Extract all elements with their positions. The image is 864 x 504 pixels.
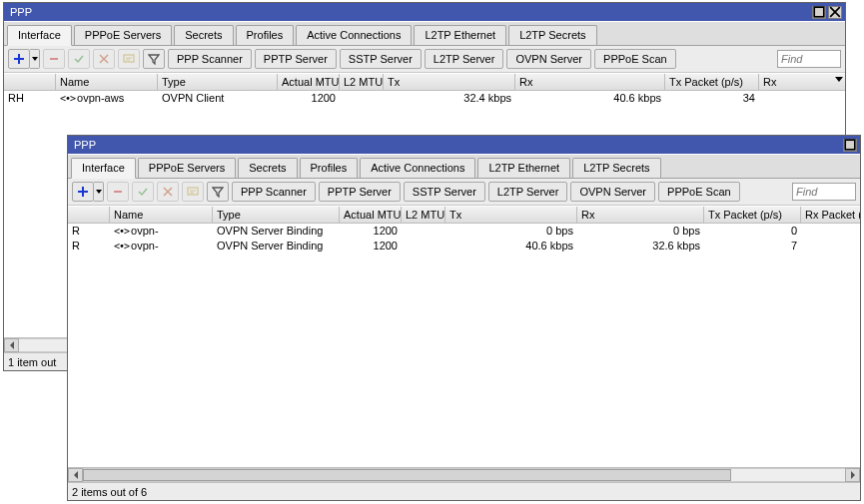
col-type[interactable]: Type bbox=[213, 207, 340, 223]
table-row[interactable]: R <•> ovpn- OVPN Server Binding 1200 40.… bbox=[68, 239, 860, 253]
cell-type: OVPN Client bbox=[158, 91, 278, 106]
tab-secrets[interactable]: Secrets bbox=[238, 158, 297, 178]
grid-header[interactable]: Name Type Actual MTU L2 MTU Tx Rx Tx Pac… bbox=[68, 206, 860, 224]
col-l2-mtu[interactable]: L2 MTU bbox=[340, 74, 384, 90]
ppp-scanner-button[interactable]: PPP Scanner bbox=[168, 49, 252, 69]
col-l2-mtu[interactable]: L2 MTU bbox=[402, 207, 445, 223]
tab-secrets[interactable]: Secrets bbox=[174, 25, 233, 45]
pptp-server-button[interactable]: PPTP Server bbox=[255, 49, 337, 69]
disable-button[interactable] bbox=[93, 49, 115, 69]
find-input[interactable] bbox=[777, 50, 841, 68]
tab-pppoe-servers[interactable]: PPPoE Servers bbox=[138, 158, 236, 178]
tab-profiles[interactable]: Profiles bbox=[300, 158, 359, 178]
interface-icon: <•> bbox=[60, 91, 75, 106]
add-button[interactable] bbox=[72, 182, 94, 202]
col-tx-packet[interactable]: Tx Packet (p/s) bbox=[704, 207, 801, 223]
table-row[interactable]: RH <•> ovpn-aws OVPN Client 1200 32.4 kb… bbox=[4, 91, 845, 106]
disable-button[interactable] bbox=[157, 182, 179, 202]
comment-button[interactable] bbox=[118, 49, 140, 69]
tab-l2tp-ethernet[interactable]: L2TP Ethernet bbox=[477, 158, 570, 178]
sstp-server-button[interactable]: SSTP Server bbox=[404, 182, 485, 202]
tabbar: Interface PPPoE Servers Secrets Profiles… bbox=[68, 154, 860, 179]
maximize-icon[interactable] bbox=[843, 139, 857, 152]
scroll-track[interactable] bbox=[83, 468, 845, 482]
col-tx[interactable]: Tx bbox=[445, 207, 577, 223]
cell-name: <•> ovpn- bbox=[110, 239, 213, 253]
pptp-server-button[interactable]: PPTP Server bbox=[319, 182, 401, 202]
toolbar: PPP Scanner PPTP Server SSTP Server L2TP… bbox=[4, 46, 845, 73]
remove-button[interactable] bbox=[43, 49, 65, 69]
col-rx[interactable]: Rx bbox=[577, 207, 704, 223]
cell-tx: 32.4 kbps bbox=[384, 91, 515, 106]
status-text: 1 item out bbox=[8, 356, 56, 368]
col-actual-mtu[interactable]: Actual MTU bbox=[340, 207, 402, 223]
close-icon[interactable] bbox=[828, 6, 842, 19]
ppp-scanner-button[interactable]: PPP Scanner bbox=[232, 182, 316, 202]
col-rx[interactable]: Rx bbox=[515, 74, 665, 90]
tab-interface[interactable]: Interface bbox=[71, 158, 136, 179]
remove-button[interactable] bbox=[107, 182, 129, 202]
enable-button[interactable] bbox=[68, 49, 90, 69]
col-name[interactable]: Name bbox=[110, 207, 213, 223]
cell-txp: 7 bbox=[704, 239, 801, 253]
scroll-left-icon[interactable] bbox=[4, 338, 19, 352]
cell-name: <•> ovpn-aws bbox=[56, 91, 158, 106]
col-tx[interactable]: Tx bbox=[384, 74, 515, 90]
l2tp-server-button[interactable]: L2TP Server bbox=[488, 182, 568, 202]
grid-body[interactable]: R <•> ovpn- OVPN Server Binding 1200 0 b… bbox=[68, 224, 860, 467]
cell-tx: 0 bps bbox=[445, 224, 577, 239]
table-row[interactable]: R <•> ovpn- OVPN Server Binding 1200 0 b… bbox=[68, 224, 860, 239]
cell-mtu: 1200 bbox=[278, 91, 340, 106]
find-input[interactable] bbox=[792, 183, 856, 201]
tab-l2tp-ethernet[interactable]: L2TP Ethernet bbox=[414, 25, 506, 45]
tab-interface[interactable]: Interface bbox=[7, 25, 72, 46]
cell-rx: 0 bps bbox=[577, 224, 704, 239]
titlebar[interactable]: PPP bbox=[4, 3, 845, 21]
tab-l2tp-secrets[interactable]: L2TP Secrets bbox=[572, 158, 660, 178]
col-tx-packet[interactable]: Tx Packet (p/s) bbox=[665, 74, 759, 90]
tab-profiles[interactable]: Profiles bbox=[236, 25, 295, 45]
ovpn-server-button[interactable]: OVPN Server bbox=[506, 49, 591, 69]
cell-type: OVPN Server Binding bbox=[213, 239, 340, 253]
cell-flags: R bbox=[68, 224, 110, 239]
interface-icon: <•> bbox=[114, 239, 129, 253]
sstp-server-button[interactable]: SSTP Server bbox=[340, 49, 422, 69]
enable-button[interactable] bbox=[132, 182, 154, 202]
col-type[interactable]: Type bbox=[158, 74, 278, 90]
cell-mtu: 1200 bbox=[340, 239, 402, 253]
pppoe-scan-button[interactable]: PPPoE Scan bbox=[658, 182, 740, 202]
col-flags[interactable] bbox=[68, 207, 110, 223]
col-actual-mtu[interactable]: Actual MTU bbox=[278, 74, 340, 90]
filter-button[interactable] bbox=[143, 49, 165, 69]
scroll-left-icon[interactable] bbox=[68, 468, 83, 482]
filter-button[interactable] bbox=[207, 182, 229, 202]
col-rx2[interactable]: Rx bbox=[759, 74, 845, 90]
col-name[interactable]: Name bbox=[56, 74, 158, 90]
col-rx-packet[interactable]: Rx Packet (p/ bbox=[801, 207, 860, 223]
tab-active-connections[interactable]: Active Connections bbox=[360, 158, 475, 178]
tab-l2tp-secrets[interactable]: L2TP Secrets bbox=[508, 25, 596, 45]
status-text: 2 items out of 6 bbox=[72, 486, 147, 498]
tab-pppoe-servers[interactable]: PPPoE Servers bbox=[74, 25, 172, 45]
l2tp-server-button[interactable]: L2TP Server bbox=[425, 49, 504, 69]
maximize-icon[interactable] bbox=[812, 6, 826, 19]
col-flags[interactable] bbox=[4, 74, 56, 90]
add-dropdown[interactable] bbox=[30, 49, 40, 69]
pppoe-scan-button[interactable]: PPPoE Scan bbox=[594, 49, 676, 69]
grid-header[interactable]: Name Type Actual MTU L2 MTU Tx Rx Tx Pac… bbox=[4, 73, 845, 91]
hscroll[interactable] bbox=[68, 467, 860, 482]
cell-name: <•> ovpn- bbox=[110, 224, 213, 239]
cell-l2mtu bbox=[340, 91, 384, 106]
comment-button[interactable] bbox=[182, 182, 204, 202]
add-dropdown[interactable] bbox=[94, 182, 104, 202]
cell-flags: R bbox=[68, 239, 110, 253]
ovpn-server-button[interactable]: OVPN Server bbox=[570, 182, 655, 202]
cell-flags: RH bbox=[4, 91, 56, 106]
cell-last bbox=[801, 239, 860, 253]
svg-rect-0 bbox=[814, 7, 824, 17]
cell-rx: 40.6 kbps bbox=[515, 91, 665, 106]
scroll-right-icon[interactable] bbox=[845, 468, 860, 482]
add-button[interactable] bbox=[8, 49, 30, 69]
tab-active-connections[interactable]: Active Connections bbox=[296, 25, 412, 45]
titlebar[interactable]: PPP bbox=[68, 136, 860, 154]
